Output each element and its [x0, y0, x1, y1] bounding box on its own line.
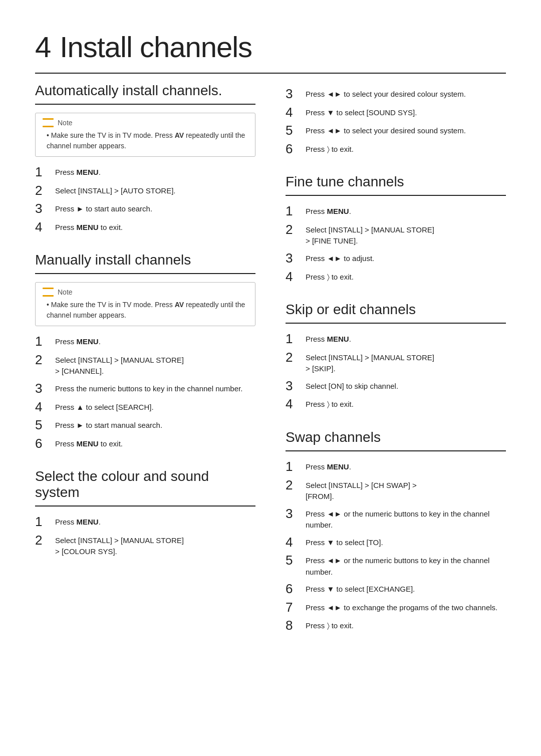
step-item: 3 Press the numeric buttons to key in th…	[35, 381, 255, 396]
step-item: 5 Press ◄► to select your desired sound …	[286, 123, 506, 138]
step-item: 2 Select [INSTALL] > [MANUAL STORE]> [SK…	[286, 350, 506, 375]
fine-tune-steps: 1 Press MENU. 2 Select [INSTALL] > [MANU…	[286, 204, 506, 284]
step-item: 8 Press 〉 to exit.	[286, 618, 506, 633]
manual-install-note-box: Note Make sure the TV is in TV mode. Pre…	[35, 282, 255, 326]
step-item: 4 Press ▼ to select [SOUND SYS].	[286, 105, 506, 120]
step-item: 2 Select [INSTALL] > [MANUAL STORE]> [CH…	[35, 353, 255, 377]
step-item: 3 Press ◄► or the numeric buttons to key…	[286, 507, 506, 531]
step-item: 2 Select [INSTALL] > [CH SWAP] >[FROM].	[286, 478, 506, 502]
fine-tune-title: Fine tune channels	[286, 174, 506, 196]
step-item: 4 Press 〉 to exit.	[286, 397, 506, 411]
step-item: 2 Select [INSTALL] > [AUTO STORE].	[35, 183, 255, 198]
note-label-2: Note	[58, 288, 73, 296]
step-item: 2 Select [INSTALL] > [MANUAL STORE]> [FI…	[286, 222, 506, 247]
step-item: 3 Press ◄► to select your desired colour…	[286, 87, 506, 101]
note-icon-2	[43, 288, 54, 297]
left-column: Automatically install channels. Note Mak…	[35, 83, 255, 651]
step-item: 3 Press ► to start auto search.	[35, 201, 255, 216]
page-title: 4Install channels	[35, 30, 506, 74]
step-item: 4 Press MENU to exit.	[35, 220, 255, 234]
step-item: 6 Press ▼ to select [EXCHANGE].	[286, 582, 506, 596]
step-item: 3 Select [ON] to skip channel.	[286, 379, 506, 393]
step-item: 6 Press MENU to exit.	[35, 436, 255, 451]
note-header-2: Note	[43, 288, 248, 297]
auto-install-title: Automatically install channels.	[35, 83, 255, 105]
step-item: 1 Press MENU.	[286, 204, 506, 218]
chapter-number: 4	[35, 31, 51, 63]
step-item: 6 Press 〉 to exit.	[286, 142, 506, 156]
colour-sound-steps-cont: 3 Press ◄► to select your desired colour…	[286, 87, 506, 156]
step-item: 3 Press ◄► to adjust.	[286, 251, 506, 266]
section-colour-sound-continued: 3 Press ◄► to select your desired colour…	[286, 87, 506, 156]
section-manual-install: Manually install channels Note Make sure…	[35, 252, 255, 450]
step-item: 1 Press MENU.	[35, 515, 255, 529]
step-item: 1 Press MENU.	[35, 334, 255, 349]
step-item: 4 Press 〉 to exit.	[286, 270, 506, 284]
manual-install-title: Manually install channels	[35, 252, 255, 274]
step-item: 1 Press MENU.	[286, 459, 506, 474]
right-column: 3 Press ◄► to select your desired colour…	[286, 83, 506, 651]
section-auto-install: Automatically install channels. Note Mak…	[35, 83, 255, 234]
step-item: 4 Press ▼ to select [TO].	[286, 535, 506, 550]
colour-sound-title: Select the colour and sound system	[35, 468, 255, 507]
swap-title: Swap channels	[286, 429, 506, 451]
step-item: 2 Select [INSTALL] > [MANUAL STORE]> [CO…	[35, 533, 255, 558]
colour-sound-steps: 1 Press MENU. 2 Select [INSTALL] > [MANU…	[35, 515, 255, 558]
swap-steps: 1 Press MENU. 2 Select [INSTALL] > [CH S…	[286, 459, 506, 633]
step-item: 7 Press ◄► to exchange the progams of th…	[286, 600, 506, 615]
manual-install-note-text: Make sure the TV is in TV mode. Press AV…	[43, 300, 248, 321]
note-icon	[43, 118, 54, 127]
section-skip-edit: Skip or edit channels 1 Press MENU. 2 Se…	[286, 302, 506, 411]
section-swap: Swap channels 1 Press MENU. 2 Select [IN…	[286, 429, 506, 633]
auto-install-note-text: Make sure the TV is in TV mode. Press AV…	[43, 130, 248, 151]
step-item: 5 Press ◄► or the numeric buttons to key…	[286, 553, 506, 578]
manual-install-steps: 1 Press MENU. 2 Select [INSTALL] > [MANU…	[35, 334, 255, 450]
step-item: 4 Press ▲ to select [SEARCH].	[35, 400, 255, 414]
skip-edit-title: Skip or edit channels	[286, 302, 506, 324]
section-colour-sound: Select the colour and sound system 1 Pre…	[35, 468, 255, 558]
auto-install-steps: 1 Press MENU. 2 Select [INSTALL] > [AUTO…	[35, 165, 255, 234]
note-label: Note	[58, 119, 73, 127]
step-item: 1 Press MENU.	[35, 165, 255, 179]
skip-edit-steps: 1 Press MENU. 2 Select [INSTALL] > [MANU…	[286, 332, 506, 411]
note-header: Note	[43, 118, 248, 127]
step-item: 5 Press ► to start manual search.	[35, 418, 255, 432]
section-fine-tune: Fine tune channels 1 Press MENU. 2 Selec…	[286, 174, 506, 284]
auto-install-note-box: Note Make sure the TV is in TV mode. Pre…	[35, 113, 255, 157]
step-item: 1 Press MENU.	[286, 332, 506, 346]
